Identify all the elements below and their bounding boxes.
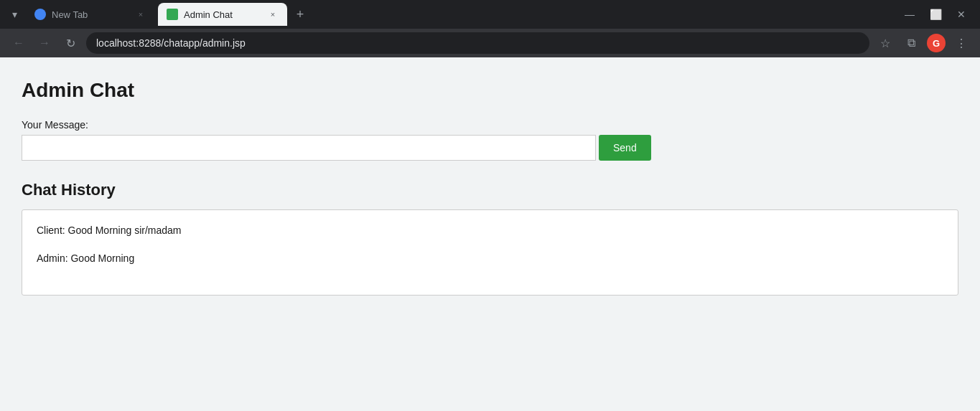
extensions-button[interactable]: ⧉ xyxy=(901,33,921,53)
back-button[interactable]: ← xyxy=(9,33,29,53)
tab-new-tab-title: New Tab xyxy=(52,9,129,20)
forward-button[interactable]: → xyxy=(34,33,55,53)
address-bar-right: ☆ ⧉ G ⋮ xyxy=(875,33,971,53)
profile-avatar[interactable]: G xyxy=(927,34,946,52)
tab-admin-chat-close[interactable]: × xyxy=(267,9,279,20)
minimize-button[interactable]: — xyxy=(902,9,917,20)
message-input[interactable] xyxy=(22,135,596,161)
message-form: Send xyxy=(22,135,958,161)
tab-admin-chat-title: Admin Chat xyxy=(184,9,261,20)
browser-chrome: ▾ New Tab × Admin Chat × + — ⬜ ✕ ← → ↻ l… xyxy=(0,0,980,57)
close-window-button[interactable]: ✕ xyxy=(954,9,969,20)
maximize-button[interactable]: ⬜ xyxy=(928,9,943,20)
url-text: localhost:8288/chatapp/admin.jsp xyxy=(96,37,246,49)
tab-bar: ▾ New Tab × Admin Chat × + — ⬜ ✕ xyxy=(0,0,980,29)
tab-new-tab-close[interactable]: × xyxy=(135,9,146,20)
reload-button[interactable]: ↻ xyxy=(60,33,80,53)
list-item: Client: Good Morning sir/madam xyxy=(37,223,943,238)
menu-button[interactable]: ⋮ xyxy=(951,33,971,53)
send-button[interactable]: Send xyxy=(599,135,651,161)
chat-history-box: Client: Good Morning sir/madam Admin: Go… xyxy=(22,209,958,296)
new-tab-button[interactable]: + xyxy=(290,4,310,24)
tab-dropdown-button[interactable]: ▾ xyxy=(6,6,23,23)
bookmark-button[interactable]: ☆ xyxy=(875,33,895,53)
page-content: Admin Chat Your Message: Send Chat Histo… xyxy=(0,57,980,411)
url-bar[interactable]: localhost:8288/chatapp/admin.jsp xyxy=(86,32,869,54)
message-label: Your Message: xyxy=(22,119,958,131)
admin-chat-favicon xyxy=(167,9,178,20)
tab-new-tab[interactable]: New Tab × xyxy=(26,3,155,26)
list-item: Admin: Good Morning xyxy=(37,251,943,266)
window-controls: — ⬜ ✕ xyxy=(902,9,974,20)
tab-admin-chat[interactable]: Admin Chat × xyxy=(158,3,287,26)
page-title: Admin Chat xyxy=(22,79,958,102)
address-bar: ← → ↻ localhost:8288/chatapp/admin.jsp ☆… xyxy=(0,29,980,57)
chat-history-title: Chat History xyxy=(22,181,958,199)
new-tab-favicon xyxy=(34,9,46,20)
